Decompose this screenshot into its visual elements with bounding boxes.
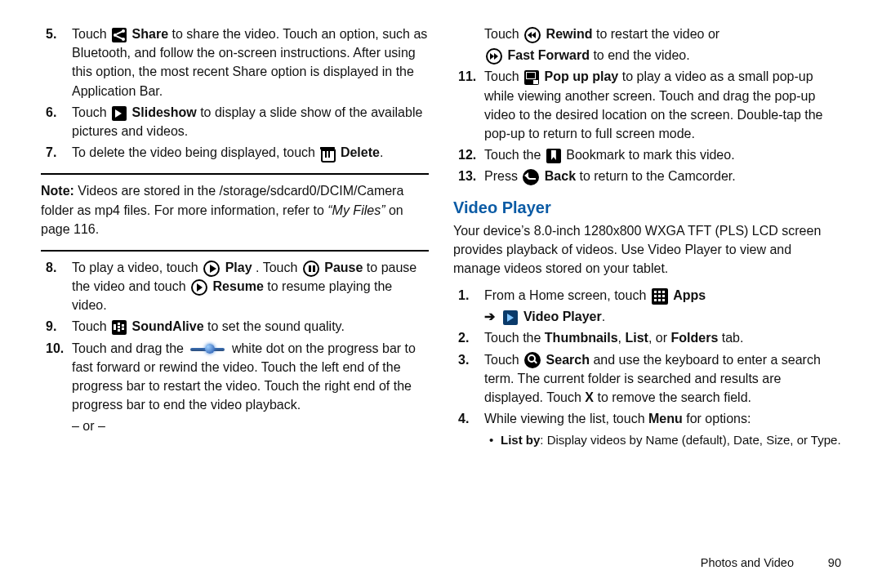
search-icon [524,352,541,368]
progress-slider-icon [190,341,225,356]
popup-play-icon [524,70,539,85]
step-10-cont-2: Fast Forward to end the video. [453,46,841,65]
step-6: 6. Touch Slideshow to display a slide sh… [41,103,429,140]
vp-step-2: 2. Touch the Thumbnails, List, or Folder… [453,328,841,347]
apps-icon [652,288,668,305]
section-intro: Your device’s 8.0-inch 1280x800 WXGA TFT… [453,221,841,278]
or-separator: – or – [41,416,429,435]
video-player-icon [503,310,518,325]
play-icon [203,261,220,277]
vp-step-1b: ➔ Video Player. [453,307,841,326]
back-icon [523,169,539,185]
step-7: 7. To delete the video being displayed, … [41,143,429,162]
footer-page-number: 90 [812,555,841,572]
left-column: 5. Touch Share to share the video. Touch… [41,24,429,461]
rule-bottom [41,250,429,252]
footer-section: Photos and Video [701,556,794,569]
step-13: 13. Press Back to return to the Camcorde… [453,167,841,185]
step-12: 12. Touch the Bookmark to mark this vide… [453,145,841,164]
step-11: 11. Touch Pop up play to play a video as… [453,67,841,143]
resume-icon [191,279,207,296]
page-columns: 5. Touch Share to share the video. Touch… [0,0,882,470]
vp-step-4: 4. While viewing the list, touch Menu fo… [453,409,841,428]
step-9: 9. Touch SoundAlive to set the sound qua… [41,317,429,336]
soundalive-icon [112,320,127,335]
page-footer: Photos and Video 90 [701,555,841,572]
fast-forward-icon [486,48,502,65]
step-5: 5. Touch Share to share the video. Touch… [41,24,429,100]
share-icon [112,28,127,42]
vp-step-3: 3. Touch Search and use the keyboard to … [453,350,841,408]
right-column: Touch Rewind to restart the video or Fas… [453,24,841,461]
vp-step-1: 1. From a Home screen, touch Apps [453,286,841,305]
note-block: Note: Videos are stored in the /storage/… [41,181,429,238]
rule-top [41,173,429,175]
slideshow-icon [112,106,127,121]
bookmark-icon [546,149,561,163]
step-8: 8. To play a video, touch Play . Touch P… [41,258,429,315]
pause-icon [303,261,319,277]
delete-icon [320,146,335,161]
rewind-icon [524,27,541,43]
vp-step-4a: • List by: Display videos by Name (defau… [453,431,841,449]
section-heading: Video Player [453,196,841,220]
step-10: 10. Touch and drag the white dot on the … [41,339,429,415]
step-10-cont-1: Touch Rewind to restart the video or [453,24,841,43]
